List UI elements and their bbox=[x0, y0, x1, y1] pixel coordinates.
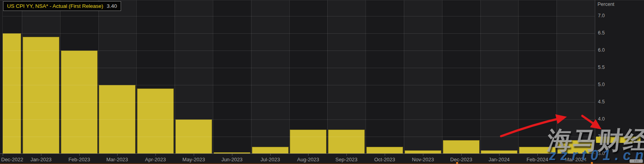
vertical-gridline bbox=[289, 0, 290, 154]
x-tick bbox=[194, 154, 194, 156]
x-tick bbox=[346, 154, 347, 156]
vertical-gridline bbox=[518, 0, 519, 154]
x-label-Apr-2023: Apr-2023 bbox=[145, 157, 166, 162]
x-label-Sep-2023: Sep-2023 bbox=[335, 157, 357, 162]
plot-column-shade bbox=[480, 0, 519, 154]
vertical-gridline bbox=[213, 0, 213, 154]
y-label-4.0: 4.0 bbox=[598, 116, 605, 122]
x-label-Jan-2024: Jan-2024 bbox=[489, 157, 510, 162]
y-label-6.0: 6.0 bbox=[598, 47, 605, 53]
x-tick bbox=[499, 154, 500, 156]
horizontal-gridline bbox=[3, 16, 595, 16]
x-label-Mar-2023: Mar-2023 bbox=[106, 157, 128, 162]
x-label-Dec-2022: Dec-2022 bbox=[1, 157, 23, 162]
x-tick bbox=[308, 154, 309, 156]
bar-Sep-2023[interactable] bbox=[328, 130, 365, 154]
horizontal-gridline bbox=[3, 50, 595, 51]
top-border bbox=[0, 0, 644, 0]
series-latest-value: 3.40 bbox=[107, 3, 117, 9]
x-tick bbox=[155, 154, 156, 156]
y-label-6.5: 6.5 bbox=[598, 30, 605, 36]
bar-Dec-2022[interactable] bbox=[3, 33, 21, 154]
bottom-orange-tick bbox=[456, 162, 458, 164]
vertical-gridline bbox=[251, 0, 252, 154]
y-label-5.5: 5.5 bbox=[598, 64, 605, 70]
x-label-Nov-2023: Nov-2023 bbox=[412, 157, 434, 162]
bar-Dec-2023[interactable] bbox=[443, 140, 480, 154]
horizontal-gridline bbox=[3, 33, 595, 34]
x-label-May-2023: May-2023 bbox=[182, 157, 205, 162]
bar-Oct-2023[interactable] bbox=[366, 147, 403, 154]
x-tick bbox=[537, 154, 538, 156]
x-label-Oct-2023: Oct-2023 bbox=[374, 157, 395, 162]
x-label-Jun-2023: Jun-2023 bbox=[221, 157, 243, 162]
bar-Aug-2023[interactable] bbox=[290, 130, 326, 154]
x-tick bbox=[423, 154, 423, 156]
plot-column-shade bbox=[404, 0, 442, 154]
x-tick bbox=[270, 154, 271, 156]
cpi-bar-chart: Percent US CPI YY, NSA* - Actual (First … bbox=[0, 0, 644, 164]
x-label-Feb-2023: Feb-2023 bbox=[68, 157, 90, 162]
vertical-gridline bbox=[480, 0, 481, 154]
vertical-gridline bbox=[60, 0, 61, 154]
series-title: US CPI YY, NSA* - Actual (First Release) bbox=[7, 3, 103, 9]
x-label-Feb-2024: Feb-2024 bbox=[526, 157, 548, 162]
vertical-gridline bbox=[442, 0, 442, 154]
horizontal-gridline bbox=[3, 102, 595, 103]
horizontal-gridline bbox=[3, 119, 595, 120]
x-label-Jul-2023: Jul-2023 bbox=[260, 157, 280, 162]
series-legend-box[interactable]: US CPI YY, NSA* - Actual (First Release)… bbox=[3, 1, 121, 11]
vertical-gridline bbox=[136, 0, 137, 154]
horizontal-gridline bbox=[3, 85, 595, 85]
horizontal-gridline bbox=[3, 68, 595, 68]
vertical-gridline bbox=[404, 0, 404, 154]
vertical-gridline bbox=[98, 0, 99, 154]
vertical-gridline bbox=[366, 0, 366, 154]
x-tick bbox=[461, 154, 462, 156]
x-label-Jan-2023: Jan-2023 bbox=[30, 157, 52, 162]
plot-column-shade bbox=[251, 0, 289, 154]
plot-area bbox=[3, 0, 595, 154]
y-label-7.0: 7.0 bbox=[598, 13, 605, 19]
vertical-gridline bbox=[22, 0, 22, 154]
x-label-Aug-2023: Aug-2023 bbox=[297, 157, 319, 162]
x-tick bbox=[232, 154, 232, 156]
x-tick bbox=[79, 154, 80, 156]
bottom-orange-tick bbox=[591, 162, 593, 164]
x-tick bbox=[117, 154, 118, 156]
vertical-gridline bbox=[175, 0, 175, 154]
y-axis-unit-label: Percent bbox=[598, 2, 614, 7]
y-label-5.0: 5.0 bbox=[598, 81, 605, 88]
x-label-Dec-2023: Dec-2023 bbox=[450, 157, 472, 162]
x-tick bbox=[41, 154, 41, 156]
x-axis-line bbox=[0, 153, 595, 154]
scrollbar-handle[interactable] bbox=[630, 159, 643, 163]
horizontal-gridline bbox=[3, 137, 595, 137]
bar-Apr-2023[interactable] bbox=[137, 88, 174, 154]
bar-Jul-2023[interactable] bbox=[252, 147, 289, 154]
x-tick bbox=[3, 154, 3, 156]
vertical-gridline bbox=[327, 0, 328, 154]
y-label-4.5: 4.5 bbox=[598, 99, 605, 105]
x-tick bbox=[385, 154, 385, 156]
